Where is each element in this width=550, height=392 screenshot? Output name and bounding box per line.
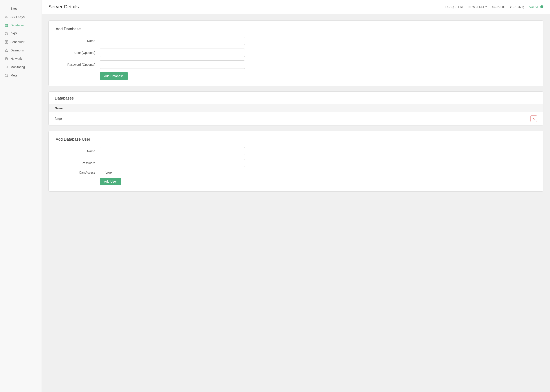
sidebar-item-php-label: PHP: [11, 32, 17, 35]
content-area: Add Database Name User (Optional) Passwo…: [42, 14, 550, 198]
svg-rect-0: [5, 7, 8, 10]
can-access-label: Can Access: [56, 171, 100, 174]
sidebar: Sites SSH Keys Database: [0, 0, 42, 392]
server-location: NEW JERSEY: [468, 5, 487, 9]
add-database-card: Add Database Name User (Optional) Passwo…: [48, 21, 543, 86]
sidebar-item-database-label: Database: [11, 23, 24, 27]
sidebar-item-daemons[interactable]: Daemons: [0, 46, 42, 55]
table-name-header: Name: [49, 104, 303, 112]
user-name-input[interactable]: [100, 147, 245, 155]
name-form-row: Name: [56, 37, 536, 45]
monitoring-icon: [4, 65, 8, 69]
svg-point-9: [6, 33, 7, 34]
db-actions-cell: ✕: [303, 112, 543, 125]
meta-icon: [4, 73, 8, 77]
status-label: ACTIVE: [529, 5, 539, 9]
add-database-title: Add Database: [56, 27, 536, 31]
server-status: ACTIVE: [529, 5, 543, 9]
databases-list-card: Databases Name forge ✕: [48, 91, 543, 126]
can-access-row: Can Access forge: [56, 171, 536, 174]
table-body: forge ✕: [49, 112, 543, 125]
server-name: PGSQL-TEST: [446, 5, 463, 9]
sidebar-item-scheduler-label: Scheduler: [11, 40, 24, 44]
user-password-form-row: Password: [56, 159, 536, 167]
user-password-input[interactable]: [100, 159, 245, 167]
svg-rect-13: [7, 42, 8, 43]
delete-db-button[interactable]: ✕: [530, 115, 537, 122]
svg-rect-12: [5, 42, 6, 43]
database-name-input[interactable]: [100, 37, 245, 45]
sidebar-item-scheduler[interactable]: Scheduler: [0, 38, 42, 46]
svg-rect-11: [7, 40, 8, 42]
main-content: Server Details PGSQL-TEST NEW JERSEY 45.…: [42, 0, 550, 392]
user-name-label: Name: [56, 149, 100, 153]
add-database-actions: Add Database: [56, 72, 536, 80]
forge-access-label[interactable]: forge: [105, 171, 112, 174]
password-form-row: Password (Optional): [56, 60, 536, 69]
daemons-icon: [4, 48, 8, 52]
add-database-button[interactable]: Add Database: [100, 72, 128, 80]
databases-title: Databases: [55, 96, 537, 101]
status-dot-icon: [540, 5, 543, 8]
databases-table: Name forge ✕: [49, 104, 543, 125]
name-label: Name: [56, 39, 100, 43]
add-database-user-title: Add Database User: [56, 137, 536, 142]
php-icon: [4, 32, 8, 35]
ssh-keys-icon: [4, 15, 8, 19]
password-label: Password (Optional): [56, 63, 100, 66]
sidebar-item-monitoring-label: Monitoring: [11, 65, 25, 69]
table-row: forge ✕: [49, 112, 543, 125]
databases-card-header: Databases: [49, 92, 543, 104]
sidebar-item-sites[interactable]: Sites: [0, 4, 42, 13]
user-password-label: Password: [56, 161, 100, 165]
svg-marker-14: [5, 49, 8, 52]
add-user-actions: Add User: [56, 178, 536, 185]
sidebar-item-php[interactable]: PHP: [0, 29, 42, 38]
sidebar-item-network-label: Network: [11, 57, 22, 60]
user-form-row: User (Optional): [56, 49, 536, 57]
sidebar-item-meta-label: Meta: [11, 74, 17, 77]
forge-access-checkbox[interactable]: [100, 171, 103, 174]
can-access-items: forge: [100, 171, 112, 174]
sidebar-item-daemons-label: Daemons: [11, 49, 24, 52]
sites-icon: [4, 7, 8, 11]
db-name-cell: forge: [49, 112, 303, 125]
sidebar-item-database[interactable]: Database: [0, 21, 42, 29]
database-user-input[interactable]: [100, 49, 245, 57]
server-meta: PGSQL-TEST NEW JERSEY 45.32.5.88 (10.1.9…: [446, 5, 543, 9]
user-name-form-row: Name: [56, 147, 536, 155]
svg-point-1: [5, 16, 7, 18]
add-user-button[interactable]: Add User: [100, 178, 121, 185]
svg-point-8: [5, 32, 8, 35]
page-header: Server Details PGSQL-TEST NEW JERSEY 45.…: [42, 0, 550, 14]
user-label: User (Optional): [56, 51, 100, 55]
sidebar-item-ssh-keys[interactable]: SSH Keys: [0, 13, 42, 21]
database-password-input[interactable]: [100, 60, 245, 69]
database-icon: [4, 23, 8, 27]
network-icon: [4, 57, 8, 61]
svg-rect-10: [5, 40, 6, 42]
sidebar-item-sites-label: Sites: [11, 7, 17, 10]
table-header-row: Name: [49, 104, 543, 112]
sidebar-item-meta[interactable]: Meta: [0, 71, 42, 80]
sidebar-item-network[interactable]: Network: [0, 55, 42, 63]
scheduler-icon: [4, 40, 8, 44]
sidebar-item-monitoring[interactable]: Monitoring: [0, 63, 42, 71]
table-actions-header: [303, 104, 543, 112]
server-ip: 45.32.5.88: [492, 5, 505, 9]
server-private-ip: (10.1.96.3): [510, 5, 524, 9]
add-database-user-card: Add Database User Name Password Can Acce…: [48, 131, 543, 192]
sidebar-item-ssh-keys-label: SSH Keys: [11, 15, 25, 19]
page-title: Server Details: [48, 4, 79, 10]
